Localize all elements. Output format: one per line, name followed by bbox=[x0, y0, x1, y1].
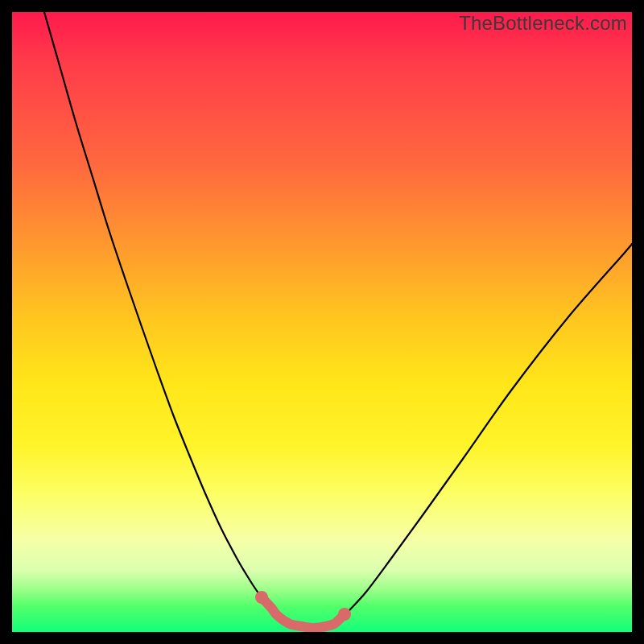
plot-area: TheBottleneck.com bbox=[12, 12, 632, 632]
chart-frame: TheBottleneck.com bbox=[0, 0, 644, 644]
curve-layer bbox=[12, 12, 632, 632]
flat-bottom-marker bbox=[262, 597, 345, 628]
bottleneck-curve bbox=[44, 12, 632, 628]
marker-endpoint-dot bbox=[338, 608, 351, 621]
marker-endpoint-dot bbox=[255, 591, 268, 604]
